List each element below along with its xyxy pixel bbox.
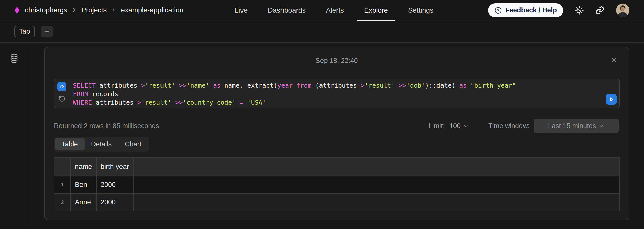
schema-browser-button[interactable] [10, 53, 18, 63]
cell-name: Anne [71, 194, 96, 211]
header-name[interactable]: name [71, 157, 96, 176]
code-brackets-icon [59, 84, 65, 90]
theme-toggle-button[interactable] [575, 6, 584, 15]
plus-icon [44, 28, 50, 35]
user-avatar[interactable] [616, 4, 629, 17]
header-row-number [54, 157, 71, 176]
table-header-row: name birth year [54, 157, 619, 176]
breadcrumb-workspace[interactable]: christophergs [25, 6, 67, 14]
view-tab-chart[interactable]: Chart [118, 138, 148, 150]
left-sidebar [0, 43, 28, 226]
history-icon [58, 95, 66, 102]
database-icon [10, 54, 18, 63]
query-status-text: Returned 2 rows in 85 milliseconds. [54, 122, 161, 130]
row-number: 1 [54, 176, 71, 194]
nav-item-dashboards[interactable]: Dashboards [268, 0, 306, 20]
chevron-down-icon [463, 123, 469, 129]
query-history-button[interactable] [58, 95, 66, 102]
main-menu: Live Dashboards Alerts Explore Settings [235, 0, 433, 20]
query-tab-bar: Tab [0, 21, 644, 43]
cell-filler [133, 176, 619, 194]
header-birth-year[interactable]: birth year [96, 157, 133, 176]
feedback-help-label: Feedback / Help [505, 6, 557, 14]
results-table: name birth year 1 Ben 2000 2 Anne [54, 157, 620, 211]
close-card-button[interactable] [611, 57, 617, 64]
add-tab-button[interactable] [41, 26, 53, 37]
app-root: christophergs Projects example-applicati… [0, 0, 644, 229]
sun-moon-icon [575, 6, 584, 15]
row-number: 2 [54, 194, 71, 211]
chevron-right-icon [72, 7, 76, 13]
run-query-button[interactable] [606, 94, 617, 105]
breadcrumb-application[interactable]: example-application [121, 6, 183, 14]
view-switcher: Table Details Chart [54, 137, 149, 152]
header-filler [133, 157, 619, 176]
chevron-right-icon [112, 7, 116, 13]
query-tab[interactable]: Tab [14, 26, 35, 37]
nav-item-alerts[interactable]: Alerts [326, 0, 344, 20]
table-row[interactable]: 1 Ben 2000 [54, 176, 619, 194]
avatar-photo [616, 4, 629, 17]
work-area: Sep 18, 22:40 [0, 43, 644, 226]
nav-item-settings[interactable]: Settings [408, 0, 433, 20]
code-mode-button[interactable] [57, 82, 66, 91]
cursor-artifact [17, 0, 17, 8]
close-icon [611, 57, 617, 64]
breadcrumb-projects[interactable]: Projects [81, 6, 107, 14]
time-window-dropdown[interactable]: Last 15 minutes [534, 119, 619, 133]
query-timestamp: Sep 18, 22:40 [45, 57, 629, 65]
nav-item-live[interactable]: Live [235, 0, 248, 20]
chevron-down-icon [598, 123, 604, 129]
cell-filler [133, 194, 619, 211]
time-window-value: Last 15 minutes [548, 122, 596, 130]
cell-birth-year: 2000 [96, 176, 133, 194]
cell-name: Ben [71, 176, 96, 194]
link-icon [595, 6, 605, 15]
feedback-help-button[interactable]: Feedback / Help [488, 3, 563, 17]
status-row: Returned 2 rows in 85 milliseconds. Limi… [54, 118, 619, 133]
copy-link-button[interactable] [595, 6, 605, 15]
sql-editor[interactable]: SELECT attributes->'result'->>'name' as … [54, 79, 620, 108]
query-result-card: Sep 18, 22:40 [44, 47, 629, 220]
limit-dropdown[interactable]: 100 [449, 122, 469, 130]
nav-item-explore[interactable]: Explore [364, 0, 388, 20]
breadcrumb: christophergs Projects example-applicati… [0, 6, 183, 14]
time-window-label: Time window: [488, 122, 530, 130]
top-nav: christophergs Projects example-applicati… [0, 0, 644, 20]
limit-label: Limit: [428, 122, 445, 130]
nav-right-group: Feedback / Help [488, 0, 629, 20]
help-circle-icon [494, 7, 502, 14]
view-tab-table[interactable]: Table [55, 138, 85, 150]
limit-value: 100 [449, 122, 461, 130]
table-row[interactable]: 2 Anne 2000 [54, 194, 619, 211]
nav-item-explore-label: Explore [364, 6, 388, 14]
result-controls: Limit: 100 Time window: Last 15 minutes [428, 119, 619, 133]
sql-query-text[interactable]: SELECT attributes->'result'->>'name' as … [73, 81, 516, 107]
play-icon [608, 96, 614, 102]
cell-birth-year: 2000 [96, 194, 133, 211]
view-tab-details[interactable]: Details [85, 138, 118, 150]
